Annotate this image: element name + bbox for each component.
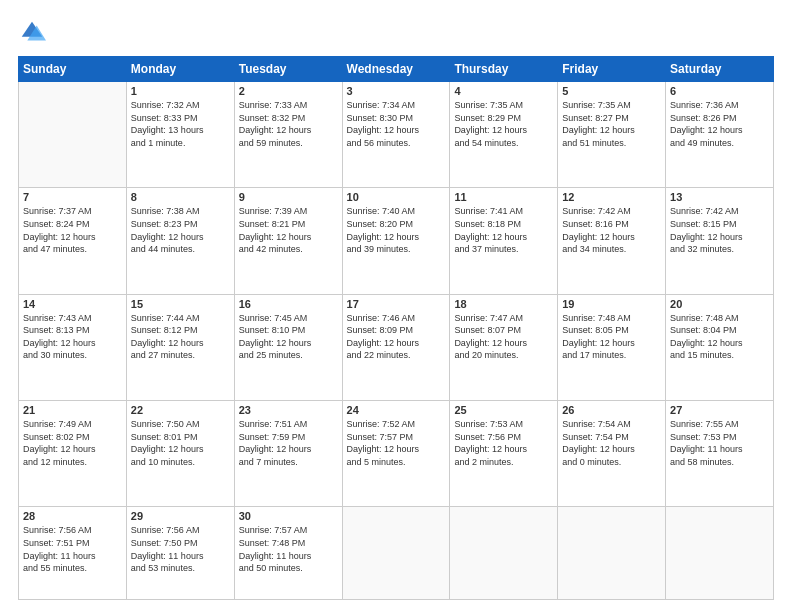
calendar-cell: 12Sunrise: 7:42 AM Sunset: 8:16 PM Dayli… [558,188,666,294]
day-info: Sunrise: 7:40 AM Sunset: 8:20 PM Dayligh… [347,205,446,255]
day-info: Sunrise: 7:35 AM Sunset: 8:27 PM Dayligh… [562,99,661,149]
day-info: Sunrise: 7:38 AM Sunset: 8:23 PM Dayligh… [131,205,230,255]
day-number: 20 [670,298,769,310]
calendar-cell: 15Sunrise: 7:44 AM Sunset: 8:12 PM Dayli… [126,294,234,400]
weekday-header-friday: Friday [558,57,666,82]
calendar-cell: 17Sunrise: 7:46 AM Sunset: 8:09 PM Dayli… [342,294,450,400]
day-info: Sunrise: 7:53 AM Sunset: 7:56 PM Dayligh… [454,418,553,468]
day-info: Sunrise: 7:44 AM Sunset: 8:12 PM Dayligh… [131,312,230,362]
calendar-cell [342,507,450,600]
day-number: 25 [454,404,553,416]
calendar-cell: 25Sunrise: 7:53 AM Sunset: 7:56 PM Dayli… [450,401,558,507]
day-number: 8 [131,191,230,203]
day-info: Sunrise: 7:57 AM Sunset: 7:48 PM Dayligh… [239,524,338,574]
day-info: Sunrise: 7:52 AM Sunset: 7:57 PM Dayligh… [347,418,446,468]
day-info: Sunrise: 7:56 AM Sunset: 7:50 PM Dayligh… [131,524,230,574]
day-info: Sunrise: 7:41 AM Sunset: 8:18 PM Dayligh… [454,205,553,255]
calendar-cell: 6Sunrise: 7:36 AM Sunset: 8:26 PM Daylig… [666,82,774,188]
day-number: 6 [670,85,769,97]
calendar-table: SundayMondayTuesdayWednesdayThursdayFrid… [18,56,774,600]
day-number: 9 [239,191,338,203]
day-info: Sunrise: 7:54 AM Sunset: 7:54 PM Dayligh… [562,418,661,468]
calendar-cell: 29Sunrise: 7:56 AM Sunset: 7:50 PM Dayli… [126,507,234,600]
calendar-week-row: 1Sunrise: 7:32 AM Sunset: 8:33 PM Daylig… [19,82,774,188]
day-info: Sunrise: 7:39 AM Sunset: 8:21 PM Dayligh… [239,205,338,255]
calendar-cell: 1Sunrise: 7:32 AM Sunset: 8:33 PM Daylig… [126,82,234,188]
calendar-cell: 24Sunrise: 7:52 AM Sunset: 7:57 PM Dayli… [342,401,450,507]
day-info: Sunrise: 7:43 AM Sunset: 8:13 PM Dayligh… [23,312,122,362]
calendar-cell: 11Sunrise: 7:41 AM Sunset: 8:18 PM Dayli… [450,188,558,294]
calendar-cell: 5Sunrise: 7:35 AM Sunset: 8:27 PM Daylig… [558,82,666,188]
calendar-cell: 13Sunrise: 7:42 AM Sunset: 8:15 PM Dayli… [666,188,774,294]
day-info: Sunrise: 7:33 AM Sunset: 8:32 PM Dayligh… [239,99,338,149]
day-info: Sunrise: 7:56 AM Sunset: 7:51 PM Dayligh… [23,524,122,574]
page: SundayMondayTuesdayWednesdayThursdayFrid… [0,0,792,612]
header [18,18,774,46]
calendar-cell: 4Sunrise: 7:35 AM Sunset: 8:29 PM Daylig… [450,82,558,188]
calendar-week-row: 7Sunrise: 7:37 AM Sunset: 8:24 PM Daylig… [19,188,774,294]
day-number: 3 [347,85,446,97]
day-info: Sunrise: 7:36 AM Sunset: 8:26 PM Dayligh… [670,99,769,149]
calendar-cell: 9Sunrise: 7:39 AM Sunset: 8:21 PM Daylig… [234,188,342,294]
calendar-cell [450,507,558,600]
calendar-cell: 7Sunrise: 7:37 AM Sunset: 8:24 PM Daylig… [19,188,127,294]
calendar-cell: 20Sunrise: 7:48 AM Sunset: 8:04 PM Dayli… [666,294,774,400]
day-number: 28 [23,510,122,522]
calendar-cell: 2Sunrise: 7:33 AM Sunset: 8:32 PM Daylig… [234,82,342,188]
day-info: Sunrise: 7:34 AM Sunset: 8:30 PM Dayligh… [347,99,446,149]
calendar-cell [666,507,774,600]
day-number: 4 [454,85,553,97]
day-info: Sunrise: 7:49 AM Sunset: 8:02 PM Dayligh… [23,418,122,468]
day-info: Sunrise: 7:47 AM Sunset: 8:07 PM Dayligh… [454,312,553,362]
calendar-cell: 14Sunrise: 7:43 AM Sunset: 8:13 PM Dayli… [19,294,127,400]
calendar-cell: 23Sunrise: 7:51 AM Sunset: 7:59 PM Dayli… [234,401,342,507]
calendar-cell: 21Sunrise: 7:49 AM Sunset: 8:02 PM Dayli… [19,401,127,507]
calendar-week-row: 28Sunrise: 7:56 AM Sunset: 7:51 PM Dayli… [19,507,774,600]
day-info: Sunrise: 7:50 AM Sunset: 8:01 PM Dayligh… [131,418,230,468]
day-number: 18 [454,298,553,310]
calendar-cell: 27Sunrise: 7:55 AM Sunset: 7:53 PM Dayli… [666,401,774,507]
day-number: 11 [454,191,553,203]
day-number: 21 [23,404,122,416]
day-number: 24 [347,404,446,416]
weekday-header-thursday: Thursday [450,57,558,82]
day-number: 23 [239,404,338,416]
day-info: Sunrise: 7:46 AM Sunset: 8:09 PM Dayligh… [347,312,446,362]
day-number: 30 [239,510,338,522]
day-number: 22 [131,404,230,416]
calendar-cell: 28Sunrise: 7:56 AM Sunset: 7:51 PM Dayli… [19,507,127,600]
day-info: Sunrise: 7:45 AM Sunset: 8:10 PM Dayligh… [239,312,338,362]
calendar-cell [19,82,127,188]
calendar-cell: 19Sunrise: 7:48 AM Sunset: 8:05 PM Dayli… [558,294,666,400]
weekday-header-wednesday: Wednesday [342,57,450,82]
calendar-cell: 22Sunrise: 7:50 AM Sunset: 8:01 PM Dayli… [126,401,234,507]
weekday-header-sunday: Sunday [19,57,127,82]
day-number: 16 [239,298,338,310]
weekday-header-row: SundayMondayTuesdayWednesdayThursdayFrid… [19,57,774,82]
weekday-header-tuesday: Tuesday [234,57,342,82]
day-number: 12 [562,191,661,203]
calendar-week-row: 21Sunrise: 7:49 AM Sunset: 8:02 PM Dayli… [19,401,774,507]
day-info: Sunrise: 7:48 AM Sunset: 8:05 PM Dayligh… [562,312,661,362]
day-number: 2 [239,85,338,97]
day-number: 26 [562,404,661,416]
day-info: Sunrise: 7:55 AM Sunset: 7:53 PM Dayligh… [670,418,769,468]
day-number: 14 [23,298,122,310]
day-number: 17 [347,298,446,310]
logo [18,18,50,46]
calendar-cell: 16Sunrise: 7:45 AM Sunset: 8:10 PM Dayli… [234,294,342,400]
day-number: 19 [562,298,661,310]
calendar-cell [558,507,666,600]
calendar-cell: 26Sunrise: 7:54 AM Sunset: 7:54 PM Dayli… [558,401,666,507]
weekday-header-saturday: Saturday [666,57,774,82]
day-number: 10 [347,191,446,203]
day-number: 29 [131,510,230,522]
day-info: Sunrise: 7:35 AM Sunset: 8:29 PM Dayligh… [454,99,553,149]
logo-icon [18,18,46,46]
day-number: 1 [131,85,230,97]
day-info: Sunrise: 7:32 AM Sunset: 8:33 PM Dayligh… [131,99,230,149]
calendar-cell: 10Sunrise: 7:40 AM Sunset: 8:20 PM Dayli… [342,188,450,294]
day-info: Sunrise: 7:37 AM Sunset: 8:24 PM Dayligh… [23,205,122,255]
calendar-cell: 18Sunrise: 7:47 AM Sunset: 8:07 PM Dayli… [450,294,558,400]
calendar-cell: 30Sunrise: 7:57 AM Sunset: 7:48 PM Dayli… [234,507,342,600]
